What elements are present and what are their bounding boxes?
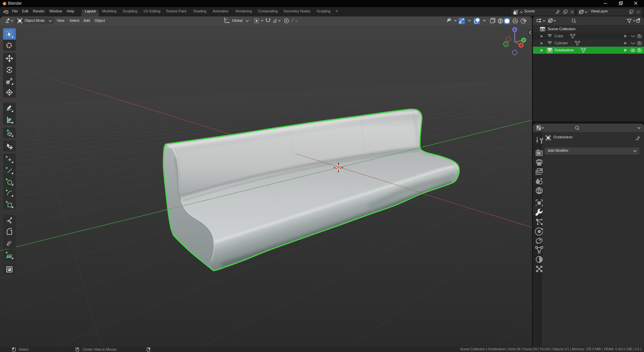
svg-text:Z: Z [514, 28, 516, 31]
svg-text:X: X [520, 44, 522, 47]
svg-text:Y: Y [523, 39, 525, 42]
